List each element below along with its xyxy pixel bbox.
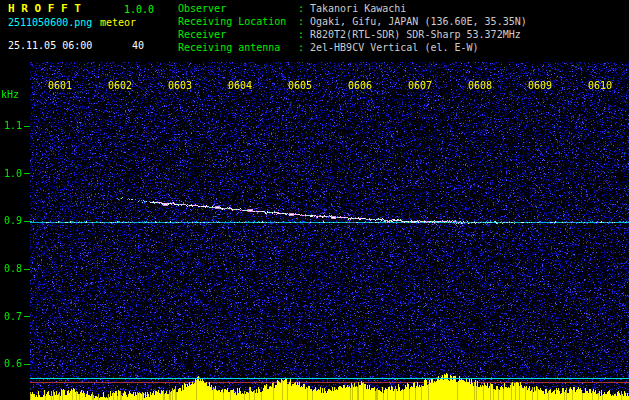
observer-value: Takanori Kawachi [310, 3, 406, 15]
info-row-receiver: Receiver : R820T2(RTL-SDR) SDR-Sharp 53.… [178, 29, 521, 41]
antenna-value: 2el-HB9CV Vertical (el. E-W) [310, 42, 479, 54]
hrofft-window: H R O F F T 1.0.0 2511050600.png meteor … [0, 0, 629, 400]
receiver-label: Receiver [178, 29, 298, 41]
spectrogram-canvas [0, 0, 629, 400]
observer-label: Observer [178, 3, 298, 15]
colon-separator: : [298, 3, 310, 15]
x-tick-0604: 0604 [227, 80, 253, 92]
x-tick-0606: 0606 [347, 80, 373, 92]
x-tick-0609: 0609 [527, 80, 553, 92]
x-tick-0610: 0610 [587, 80, 613, 92]
x-tick-0602: 0602 [107, 80, 133, 92]
mode-label: meteor [100, 17, 136, 29]
y-tick-0.7: 0.7 [2, 311, 22, 323]
info-row-location: Receiving Location : Ogaki, Gifu, JAPAN … [178, 16, 527, 28]
receiver-value: R820T2(RTL-SDR) SDR-Sharp 53.372MHz [310, 29, 521, 41]
y-tick-1.1: 1.1 [2, 120, 22, 132]
y-tick-1.0: 1.0 [2, 168, 22, 180]
colon-separator: : [298, 29, 310, 41]
y-tick-0.6: 0.6 [2, 358, 22, 370]
observation-datetime: 25.11.05 06:00 [8, 40, 92, 52]
colon-separator: : [298, 42, 310, 54]
location-value: Ogaki, Gifu, JAPAN (136.60E, 35.35N) [310, 16, 527, 28]
header: H R O F F T 1.0.0 2511050600.png meteor … [0, 0, 629, 60]
colon-separator: : [298, 16, 310, 28]
x-tick-0603: 0603 [167, 80, 193, 92]
x-tick-0601: 0601 [47, 80, 73, 92]
count-value: 40 [132, 40, 144, 52]
antenna-label: Receiving antenna [178, 42, 298, 54]
y-tick-0.9: 0.9 [2, 215, 22, 227]
x-tick-0605: 0605 [287, 80, 313, 92]
output-filename: 2511050600.png [8, 17, 92, 29]
info-row-observer: Observer : Takanori Kawachi [178, 3, 406, 15]
x-tick-0607: 0607 [407, 80, 433, 92]
x-tick-0608: 0608 [467, 80, 493, 92]
app-version: 1.0.0 [124, 4, 154, 16]
app-title: H R O F F T [8, 3, 81, 15]
location-label: Receiving Location [178, 16, 298, 28]
info-row-antenna: Receiving antenna : 2el-HB9CV Vertical (… [178, 42, 479, 54]
y-axis-unit: kHz [1, 89, 19, 101]
y-tick-0.8: 0.8 [2, 263, 22, 275]
